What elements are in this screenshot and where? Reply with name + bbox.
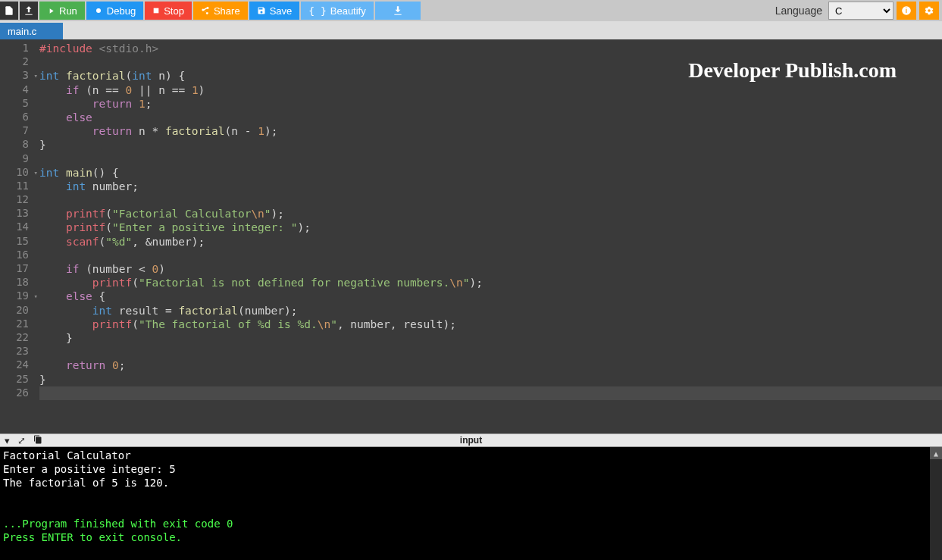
braces-icon: { }: [308, 5, 326, 17]
stop-label: Stop: [164, 5, 184, 17]
code-line[interactable]: if (n == 0 || n == 1): [39, 83, 942, 97]
download-button[interactable]: [375, 2, 421, 20]
console-copy-icon[interactable]: [33, 435, 42, 446]
upload-button[interactable]: [20, 2, 38, 20]
code-line[interactable]: if (number < 0): [39, 262, 942, 276]
console-expand-icon[interactable]: ⤢: [17, 435, 26, 446]
code-line[interactable]: int number;: [39, 180, 942, 193]
line-number: 16: [0, 249, 39, 262]
line-number: 19▾: [0, 289, 39, 303]
console-scrollbar[interactable]: ▲: [930, 447, 942, 560]
beautify-label: Beautify: [330, 5, 366, 17]
code-line[interactable]: else {: [39, 289, 942, 303]
line-number: 15: [0, 235, 39, 249]
share-label: Share: [214, 5, 240, 17]
code-line[interactable]: return n * factorial(n - 1);: [39, 124, 942, 138]
code-line[interactable]: [39, 345, 942, 358]
save-button[interactable]: Save: [249, 2, 300, 20]
line-number: 10▾: [0, 166, 39, 180]
console-output[interactable]: Factorial CalculatorEnter a positive int…: [0, 447, 942, 560]
fold-marker-icon[interactable]: ▾: [32, 293, 38, 299]
line-number: 26: [0, 386, 39, 400]
console-line: [3, 503, 939, 517]
svg-rect-1: [154, 8, 159, 14]
code-line[interactable]: printf("Enter a positive integer: ");: [39, 221, 942, 234]
code-line[interactable]: int result = factorial(number);: [39, 304, 942, 318]
scroll-up-icon[interactable]: ▲: [930, 447, 942, 459]
share-button[interactable]: Share: [193, 2, 248, 20]
console-title: input: [460, 435, 482, 446]
line-number: 17: [0, 262, 39, 276]
debug-label: Debug: [107, 5, 136, 17]
line-number: 11: [0, 180, 39, 193]
beautify-button[interactable]: { } Beautify: [301, 2, 373, 20]
console-header: ▾ ⤢ input: [0, 433, 942, 447]
code-line[interactable]: }: [39, 373, 942, 386]
code-line[interactable]: [39, 152, 942, 166]
svg-point-0: [96, 8, 101, 13]
line-number: 23: [0, 345, 39, 358]
gear-icon: [924, 5, 934, 16]
stop-icon: [152, 7, 160, 14]
line-number: 20: [0, 304, 39, 318]
code-line[interactable]: printf("The factorial of %d is %d.\n", n…: [39, 318, 942, 331]
fold-marker-icon[interactable]: ▾: [32, 169, 38, 175]
line-number: 22: [0, 331, 39, 345]
code-line[interactable]: [39, 193, 942, 207]
line-number: 1: [0, 42, 39, 55]
run-button[interactable]: Run: [39, 2, 85, 20]
stop-button[interactable]: Stop: [145, 2, 192, 20]
settings-button[interactable]: [919, 2, 939, 20]
share-icon: [201, 6, 210, 15]
info-button[interactable]: i: [897, 2, 916, 20]
console-collapse-icon[interactable]: ▾: [5, 435, 10, 446]
debug-icon: [94, 6, 103, 15]
console-line: ...Program finished with exit code 0: [3, 517, 939, 530]
code-line[interactable]: printf("Factorial is not defined for neg…: [39, 276, 942, 289]
line-number: 3▾: [0, 69, 39, 83]
line-number: 6: [0, 111, 39, 124]
line-number: 4: [0, 83, 39, 97]
fold-marker-icon[interactable]: ▾: [32, 72, 38, 78]
code-line[interactable]: }: [39, 138, 942, 152]
console-line: The factorial of 5 is 120.: [3, 476, 939, 490]
code-line[interactable]: int main() {: [39, 166, 942, 180]
language-select[interactable]: C: [828, 2, 893, 20]
save-icon: [257, 6, 266, 15]
new-file-button[interactable]: [0, 2, 18, 20]
info-icon: i: [901, 5, 912, 16]
line-number: 8: [0, 138, 39, 152]
tab-bar: main.c: [0, 21, 942, 39]
code-line[interactable]: return 1;: [39, 97, 942, 111]
line-number: 24: [0, 358, 39, 372]
line-number: 2: [0, 55, 39, 69]
code-line[interactable]: return 0;: [39, 358, 942, 372]
tab-filename: main.c: [8, 26, 36, 37]
svg-text:i: i: [906, 8, 907, 14]
console-line: Press ENTER to exit console.: [3, 530, 939, 544]
code-line[interactable]: else: [39, 111, 942, 124]
code-area[interactable]: Developer Publish.com #include <stdio.h>…: [39, 39, 942, 433]
code-editor[interactable]: 123▾45678910▾111213141516171819▾20212223…: [0, 39, 942, 433]
line-number: 13: [0, 207, 39, 221]
console-line: Factorial Calculator: [3, 449, 939, 462]
code-line[interactable]: [39, 386, 942, 400]
toolbar: Run Debug Stop Share Save { } Beautify L…: [0, 0, 942, 21]
code-line[interactable]: [39, 55, 942, 69]
code-line[interactable]: int factorial(int n) {: [39, 69, 942, 83]
play-icon: [47, 7, 55, 15]
console-line: [3, 490, 939, 503]
code-line[interactable]: }: [39, 331, 942, 345]
line-number: 7: [0, 124, 39, 138]
console-line: Enter a positive integer: 5: [3, 462, 939, 476]
debug-button[interactable]: Debug: [86, 2, 143, 20]
line-number: 12: [0, 193, 39, 207]
code-line[interactable]: scanf("%d", &number);: [39, 235, 942, 249]
line-gutter: 123▾45678910▾111213141516171819▾20212223…: [0, 39, 39, 433]
code-line[interactable]: printf("Factorial Calculator\n");: [39, 207, 942, 221]
code-line[interactable]: #include <stdio.h>: [39, 42, 942, 55]
tab-main-c[interactable]: main.c: [0, 23, 63, 39]
line-number: 5: [0, 97, 39, 111]
save-label: Save: [270, 5, 293, 17]
code-line[interactable]: [39, 249, 942, 262]
